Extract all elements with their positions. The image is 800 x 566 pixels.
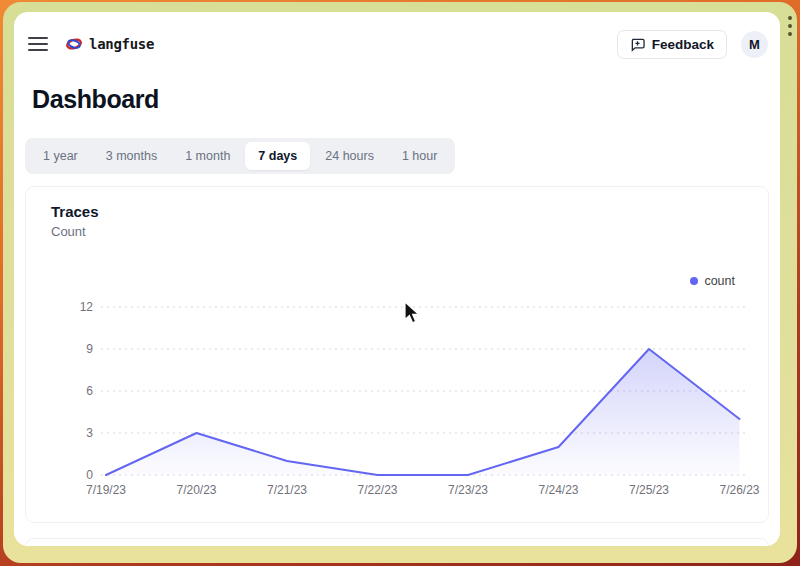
card-subtitle: Count: [51, 224, 86, 239]
legend-dot-icon: [690, 277, 698, 285]
svg-text:7/21/23: 7/21/23: [267, 483, 307, 497]
avatar-initial: M: [749, 37, 760, 52]
svg-text:6: 6: [86, 384, 93, 398]
top-navbar: langfuse Feedback M: [14, 22, 780, 66]
svg-text:7/23/23: 7/23/23: [448, 483, 488, 497]
brand-name: langfuse: [89, 36, 154, 52]
svg-text:0: 0: [86, 468, 93, 482]
tab-3-months[interactable]: 3 months: [93, 142, 170, 170]
svg-text:7/26/23: 7/26/23: [719, 483, 759, 497]
app-window: langfuse Feedback M Dashboard 1 year 3 m…: [14, 12, 780, 546]
user-avatar[interactable]: M: [741, 31, 768, 58]
tab-1-hour[interactable]: 1 hour: [389, 142, 450, 170]
tab-7-days[interactable]: 7 days: [245, 142, 310, 170]
svg-text:3: 3: [86, 426, 93, 440]
feedback-label: Feedback: [652, 37, 714, 52]
svg-text:9: 9: [86, 342, 93, 356]
traces-card: Traces Count count 0369127/19/237/20/237…: [25, 186, 769, 523]
page-title: Dashboard: [32, 85, 159, 114]
svg-text:7/25/23: 7/25/23: [629, 483, 669, 497]
date-range-tabs: 1 year 3 months 1 month 7 days 24 hours …: [25, 138, 455, 174]
tab-1-month[interactable]: 1 month: [172, 142, 243, 170]
brand-logo[interactable]: langfuse: [66, 36, 154, 52]
traces-chart-svg[interactable]: 0369127/19/237/20/237/21/237/22/237/23/2…: [61, 293, 763, 503]
card-title: Traces: [51, 203, 99, 220]
traces-chart[interactable]: 0369127/19/237/20/237/21/237/22/237/23/2…: [61, 293, 763, 503]
hamburger-menu-icon[interactable]: [28, 37, 48, 51]
langfuse-knot-icon: [66, 37, 82, 51]
tab-1-year[interactable]: 1 year: [30, 142, 91, 170]
legend-label: count: [704, 274, 735, 288]
svg-text:7/22/23: 7/22/23: [357, 483, 397, 497]
frame-menu-dots-icon: [788, 16, 792, 36]
svg-text:7/19/23: 7/19/23: [86, 483, 126, 497]
svg-text:12: 12: [80, 300, 94, 314]
svg-text:7/24/23: 7/24/23: [538, 483, 578, 497]
chart-legend: count: [690, 274, 735, 288]
feedback-button[interactable]: Feedback: [617, 30, 727, 59]
svg-text:7/20/23: 7/20/23: [176, 483, 216, 497]
tab-24-hours[interactable]: 24 hours: [312, 142, 387, 170]
message-plus-icon: [630, 37, 645, 52]
next-card-partial: [25, 538, 769, 546]
